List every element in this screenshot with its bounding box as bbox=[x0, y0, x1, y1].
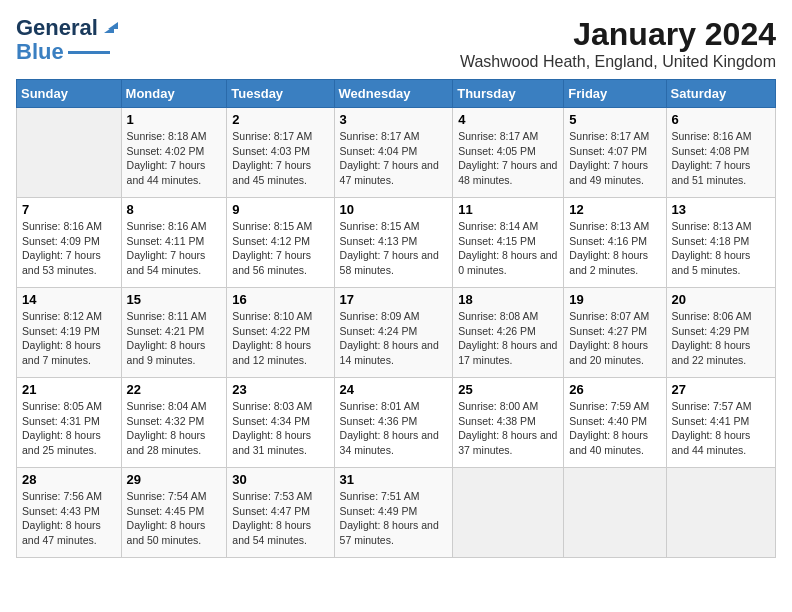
day-number: 19 bbox=[569, 292, 660, 307]
calendar-cell: 13 Sunrise: 8:13 AM Sunset: 4:18 PM Dayl… bbox=[666, 198, 775, 288]
sunrise-text: Sunrise: 8:17 AM bbox=[569, 129, 660, 144]
day-info: Sunrise: 8:07 AM Sunset: 4:27 PM Dayligh… bbox=[569, 309, 660, 368]
sunrise-text: Sunrise: 7:59 AM bbox=[569, 399, 660, 414]
daylight-text: Daylight: 8 hours and 14 minutes. bbox=[340, 338, 448, 367]
logo-arrow-icon bbox=[100, 19, 118, 37]
calendar-cell: 15 Sunrise: 8:11 AM Sunset: 4:21 PM Dayl… bbox=[121, 288, 227, 378]
sunrise-text: Sunrise: 8:11 AM bbox=[127, 309, 222, 324]
day-number: 21 bbox=[22, 382, 116, 397]
calendar-cell bbox=[17, 108, 122, 198]
calendar-cell: 11 Sunrise: 8:14 AM Sunset: 4:15 PM Dayl… bbox=[453, 198, 564, 288]
day-info: Sunrise: 8:09 AM Sunset: 4:24 PM Dayligh… bbox=[340, 309, 448, 368]
calendar-week-row: 21 Sunrise: 8:05 AM Sunset: 4:31 PM Dayl… bbox=[17, 378, 776, 468]
day-number: 8 bbox=[127, 202, 222, 217]
sunrise-text: Sunrise: 7:54 AM bbox=[127, 489, 222, 504]
day-info: Sunrise: 7:51 AM Sunset: 4:49 PM Dayligh… bbox=[340, 489, 448, 548]
sunrise-text: Sunrise: 7:57 AM bbox=[672, 399, 770, 414]
svg-marker-1 bbox=[108, 22, 118, 29]
daylight-text: Daylight: 8 hours and 34 minutes. bbox=[340, 428, 448, 457]
daylight-text: Daylight: 8 hours and 20 minutes. bbox=[569, 338, 660, 367]
daylight-text: Daylight: 8 hours and 17 minutes. bbox=[458, 338, 558, 367]
day-number: 31 bbox=[340, 472, 448, 487]
main-title: January 2024 bbox=[460, 16, 776, 53]
sunset-text: Sunset: 4:09 PM bbox=[22, 234, 116, 249]
calendar-cell: 12 Sunrise: 8:13 AM Sunset: 4:16 PM Dayl… bbox=[564, 198, 666, 288]
day-number: 5 bbox=[569, 112, 660, 127]
day-info: Sunrise: 7:53 AM Sunset: 4:47 PM Dayligh… bbox=[232, 489, 328, 548]
sunset-text: Sunset: 4:49 PM bbox=[340, 504, 448, 519]
sunrise-text: Sunrise: 8:09 AM bbox=[340, 309, 448, 324]
day-number: 24 bbox=[340, 382, 448, 397]
daylight-text: Daylight: 8 hours and 5 minutes. bbox=[672, 248, 770, 277]
calendar-week-row: 7 Sunrise: 8:16 AM Sunset: 4:09 PM Dayli… bbox=[17, 198, 776, 288]
day-info: Sunrise: 8:04 AM Sunset: 4:32 PM Dayligh… bbox=[127, 399, 222, 458]
calendar-cell bbox=[564, 468, 666, 558]
sunset-text: Sunset: 4:34 PM bbox=[232, 414, 328, 429]
col-saturday: Saturday bbox=[666, 80, 775, 108]
daylight-text: Daylight: 7 hours and 51 minutes. bbox=[672, 158, 770, 187]
calendar-cell: 26 Sunrise: 7:59 AM Sunset: 4:40 PM Dayl… bbox=[564, 378, 666, 468]
calendar-cell: 17 Sunrise: 8:09 AM Sunset: 4:24 PM Dayl… bbox=[334, 288, 453, 378]
daylight-text: Daylight: 7 hours and 45 minutes. bbox=[232, 158, 328, 187]
sunrise-text: Sunrise: 8:00 AM bbox=[458, 399, 558, 414]
daylight-text: Daylight: 8 hours and 37 minutes. bbox=[458, 428, 558, 457]
day-number: 30 bbox=[232, 472, 328, 487]
sunset-text: Sunset: 4:22 PM bbox=[232, 324, 328, 339]
calendar-header-row: Sunday Monday Tuesday Wednesday Thursday… bbox=[17, 80, 776, 108]
day-number: 22 bbox=[127, 382, 222, 397]
col-tuesday: Tuesday bbox=[227, 80, 334, 108]
calendar-cell: 14 Sunrise: 8:12 AM Sunset: 4:19 PM Dayl… bbox=[17, 288, 122, 378]
day-info: Sunrise: 8:15 AM Sunset: 4:13 PM Dayligh… bbox=[340, 219, 448, 278]
sunset-text: Sunset: 4:43 PM bbox=[22, 504, 116, 519]
sunrise-text: Sunrise: 8:18 AM bbox=[127, 129, 222, 144]
sunrise-text: Sunrise: 8:05 AM bbox=[22, 399, 116, 414]
sunset-text: Sunset: 4:21 PM bbox=[127, 324, 222, 339]
calendar-cell: 31 Sunrise: 7:51 AM Sunset: 4:49 PM Dayl… bbox=[334, 468, 453, 558]
day-info: Sunrise: 8:17 AM Sunset: 4:07 PM Dayligh… bbox=[569, 129, 660, 188]
day-info: Sunrise: 8:17 AM Sunset: 4:03 PM Dayligh… bbox=[232, 129, 328, 188]
calendar-cell: 29 Sunrise: 7:54 AM Sunset: 4:45 PM Dayl… bbox=[121, 468, 227, 558]
sunset-text: Sunset: 4:08 PM bbox=[672, 144, 770, 159]
calendar-week-row: 1 Sunrise: 8:18 AM Sunset: 4:02 PM Dayli… bbox=[17, 108, 776, 198]
calendar-cell: 18 Sunrise: 8:08 AM Sunset: 4:26 PM Dayl… bbox=[453, 288, 564, 378]
day-number: 20 bbox=[672, 292, 770, 307]
daylight-text: Daylight: 8 hours and 50 minutes. bbox=[127, 518, 222, 547]
day-info: Sunrise: 8:10 AM Sunset: 4:22 PM Dayligh… bbox=[232, 309, 328, 368]
daylight-text: Daylight: 8 hours and 22 minutes. bbox=[672, 338, 770, 367]
sunrise-text: Sunrise: 7:53 AM bbox=[232, 489, 328, 504]
sunset-text: Sunset: 4:12 PM bbox=[232, 234, 328, 249]
sunset-text: Sunset: 4:36 PM bbox=[340, 414, 448, 429]
day-info: Sunrise: 8:16 AM Sunset: 4:08 PM Dayligh… bbox=[672, 129, 770, 188]
calendar-cell: 16 Sunrise: 8:10 AM Sunset: 4:22 PM Dayl… bbox=[227, 288, 334, 378]
day-number: 28 bbox=[22, 472, 116, 487]
day-number: 15 bbox=[127, 292, 222, 307]
sunset-text: Sunset: 4:04 PM bbox=[340, 144, 448, 159]
sunset-text: Sunset: 4:47 PM bbox=[232, 504, 328, 519]
day-number: 17 bbox=[340, 292, 448, 307]
day-info: Sunrise: 8:12 AM Sunset: 4:19 PM Dayligh… bbox=[22, 309, 116, 368]
day-number: 11 bbox=[458, 202, 558, 217]
logo: General Blue bbox=[16, 16, 118, 64]
daylight-text: Daylight: 8 hours and 57 minutes. bbox=[340, 518, 448, 547]
sunset-text: Sunset: 4:40 PM bbox=[569, 414, 660, 429]
sunset-text: Sunset: 4:15 PM bbox=[458, 234, 558, 249]
daylight-text: Daylight: 7 hours and 49 minutes. bbox=[569, 158, 660, 187]
daylight-text: Daylight: 8 hours and 0 minutes. bbox=[458, 248, 558, 277]
day-info: Sunrise: 8:00 AM Sunset: 4:38 PM Dayligh… bbox=[458, 399, 558, 458]
day-number: 23 bbox=[232, 382, 328, 397]
sunrise-text: Sunrise: 8:15 AM bbox=[232, 219, 328, 234]
day-number: 16 bbox=[232, 292, 328, 307]
sunset-text: Sunset: 4:26 PM bbox=[458, 324, 558, 339]
calendar-week-row: 28 Sunrise: 7:56 AM Sunset: 4:43 PM Dayl… bbox=[17, 468, 776, 558]
sunset-text: Sunset: 4:31 PM bbox=[22, 414, 116, 429]
sunset-text: Sunset: 4:13 PM bbox=[340, 234, 448, 249]
daylight-text: Daylight: 7 hours and 56 minutes. bbox=[232, 248, 328, 277]
calendar-cell bbox=[666, 468, 775, 558]
logo-text: General bbox=[16, 16, 98, 40]
day-info: Sunrise: 8:17 AM Sunset: 4:04 PM Dayligh… bbox=[340, 129, 448, 188]
sunrise-text: Sunrise: 8:16 AM bbox=[672, 129, 770, 144]
day-info: Sunrise: 8:05 AM Sunset: 4:31 PM Dayligh… bbox=[22, 399, 116, 458]
daylight-text: Daylight: 7 hours and 54 minutes. bbox=[127, 248, 222, 277]
day-number: 3 bbox=[340, 112, 448, 127]
daylight-text: Daylight: 8 hours and 47 minutes. bbox=[22, 518, 116, 547]
